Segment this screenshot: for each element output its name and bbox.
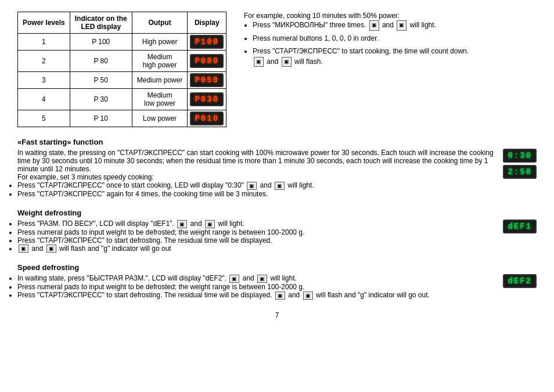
power-level: 3 bbox=[18, 72, 70, 89]
display-cell: P050 bbox=[188, 72, 226, 89]
power-level: 5 bbox=[18, 110, 70, 127]
output-label: Mediumhigh power bbox=[132, 51, 188, 72]
example-section: For example, cooking 10 minutes with 50%… bbox=[244, 12, 537, 69]
speed-bullet-1: In waiting state, press "БЫСТРАЯ РАЗМ.",… bbox=[17, 274, 497, 283]
display-cell: P080 bbox=[188, 51, 226, 72]
weight-bullet-4: ▣ and ▣ will flash and "g" indicator wil… bbox=[17, 244, 497, 253]
example-bullet-3: Press "СТАРТ/ЭКСПРЕСС" to start cooking,… bbox=[253, 46, 537, 67]
example-bullet-2: Press numeral buttons 1, 0, 0, 0 in orde… bbox=[253, 33, 537, 44]
led-display: P100 bbox=[190, 35, 224, 49]
speed-defrosting-title: Speed defrosting bbox=[17, 263, 537, 272]
led-display: P080 bbox=[190, 54, 224, 68]
weight-bullet-2: Press numeral pads to input weight to be… bbox=[17, 228, 497, 236]
table-row: 4 P 30 Mediumlow power P030 bbox=[18, 89, 226, 110]
led-display-030: 0:30 bbox=[503, 149, 537, 163]
led-indicator: P 100 bbox=[70, 34, 132, 51]
weight-defrosting-text: Press "РАЗМ. ПО ВЕСУ", LCD will display … bbox=[17, 220, 497, 253]
weight-bullet-3: Press "СТАРТ/ЭКСПРЕСС" to start defrosti… bbox=[17, 236, 497, 244]
timer-icon2: ▣ bbox=[282, 57, 292, 67]
led-indicator: P 30 bbox=[70, 89, 132, 110]
fast-starting-bullet-1: Press "СТАРТ/ЭКСПРЕСС" once to start coo… bbox=[17, 181, 497, 190]
microwave-icon6: ▣ bbox=[229, 275, 239, 283]
col-header-display: Display bbox=[188, 12, 226, 34]
led-display: P010 bbox=[190, 112, 224, 125]
col-header-indicator: Indicator on theLED display bbox=[70, 12, 132, 34]
weight-defrosting-section: Weight defrosting Press "РАЗМ. ПО ВЕСУ",… bbox=[17, 204, 537, 253]
output-label: Mediumlow power bbox=[132, 89, 188, 110]
microwave-icon5: ▣ bbox=[19, 244, 28, 253]
led-display: P050 bbox=[190, 73, 224, 87]
fast-starting-displays: 0:30 2:58 bbox=[503, 149, 537, 179]
example-intro: For example, cooking 10 minutes with 50%… bbox=[244, 12, 537, 20]
col-header-output: Output bbox=[132, 12, 188, 34]
timer-icon5: ▣ bbox=[46, 244, 56, 253]
timer-icon7: ▣ bbox=[303, 292, 313, 300]
microwave-icon4: ▣ bbox=[177, 220, 187, 228]
output-label: High power bbox=[132, 34, 188, 51]
speed-defrosting-section: Speed defrosting In waiting state, press… bbox=[17, 258, 537, 300]
speed-bullet-3: Press "СТАРТ/ЭКСПРЕСС" to start defrosti… bbox=[17, 291, 497, 300]
example-bullets: Press "МИКРОВОЛНЫ" three times. ▣ and ▣ … bbox=[253, 20, 537, 67]
led-indicator: P 50 bbox=[70, 72, 132, 89]
col-header-power: Power levels bbox=[18, 12, 70, 34]
microwave-icon2: ▣ bbox=[254, 57, 264, 67]
table-row: 5 P 10 Low power P010 bbox=[18, 110, 226, 127]
page-number: 7 bbox=[17, 311, 537, 319]
power-level: 4 bbox=[18, 89, 70, 110]
table-row: 1 P 100 High power P100 bbox=[18, 34, 226, 51]
led-display-def1: dEF1 bbox=[503, 220, 537, 233]
power-level: 2 bbox=[18, 51, 70, 72]
fast-starting-title: «Fast starting» function bbox=[17, 138, 537, 146]
weight-defrosting-display-area: dEF1 bbox=[503, 220, 537, 233]
fast-starting-bullets: Press "СТАРТ/ЭКСПРЕСС" once to start coo… bbox=[17, 181, 497, 198]
display-cell: P010 bbox=[188, 110, 226, 127]
microwave-icon3: ▣ bbox=[247, 182, 257, 190]
example-bullet-1: Press "МИКРОВОЛНЫ" three times. ▣ and ▣ … bbox=[253, 20, 537, 31]
weight-defrosting-title: Weight defrosting bbox=[17, 208, 537, 217]
microwave-icon: ▣ bbox=[369, 20, 379, 31]
timer-icon3: ▣ bbox=[275, 182, 285, 190]
speed-defrosting-display-area: dEF2 bbox=[503, 274, 537, 288]
fast-starting-example: For example, set 3 minutes speedy cookin… bbox=[17, 173, 497, 181]
table-row: 2 P 80 Mediumhigh power P080 bbox=[18, 51, 226, 72]
power-level: 1 bbox=[18, 34, 70, 51]
led-indicator: P 10 bbox=[70, 110, 132, 127]
led-display-258: 2:58 bbox=[503, 165, 537, 179]
speed-defrosting-text: In waiting state, press "БЫСТРАЯ РАЗМ.",… bbox=[17, 274, 497, 300]
fast-starting-text: In waiting state, the pressing on "СТАРТ… bbox=[17, 149, 497, 198]
led-display-def2: dEF2 bbox=[503, 274, 537, 288]
output-label: Medium power bbox=[132, 72, 188, 89]
timer-icon6: ▣ bbox=[257, 275, 267, 283]
fast-starting-section: «Fast starting» function In waiting stat… bbox=[17, 133, 537, 198]
weight-bullet-1: Press "РАЗМ. ПО ВЕСУ", LCD will display … bbox=[17, 220, 497, 228]
display-cell: P100 bbox=[188, 34, 226, 51]
speed-defrosting-bullets: In waiting state, press "БЫСТРАЯ РАЗМ.",… bbox=[17, 274, 497, 300]
table-row: 3 P 50 Medium power P050 bbox=[18, 72, 226, 89]
microwave-icon7: ▣ bbox=[275, 292, 285, 300]
timer-icon4: ▣ bbox=[205, 220, 215, 228]
fast-starting-bullet-2: Press "СТАРТ/ЭКСПРЕСС" again for 4 times… bbox=[17, 190, 497, 198]
weight-defrosting-bullets: Press "РАЗМ. ПО ВЕСУ", LCD will display … bbox=[17, 220, 497, 253]
speed-bullet-2: Press numeral pads to input weight to be… bbox=[17, 283, 497, 291]
display-cell: P030 bbox=[188, 89, 226, 110]
led-display: P030 bbox=[190, 92, 224, 106]
timer-icon: ▣ bbox=[397, 20, 406, 31]
power-levels-table: Power levels Indicator on theLED display… bbox=[17, 12, 226, 127]
fast-starting-body: In waiting state, the pressing on "СТАРТ… bbox=[17, 149, 497, 173]
output-label: Low power bbox=[132, 110, 188, 127]
led-indicator: P 80 bbox=[70, 51, 132, 72]
